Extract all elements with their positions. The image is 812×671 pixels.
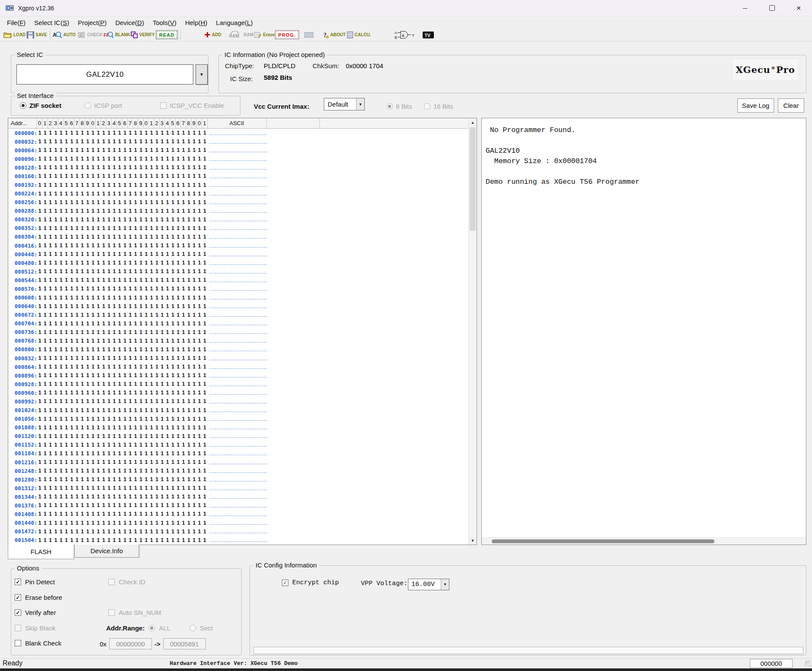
vpp-voltage-select[interactable]: 16.00V ▼: [408, 579, 449, 590]
hex-row[interactable]: 000448:11111111111111111111111111111111.…: [8, 250, 468, 258]
hex-row[interactable]: 000224:11111111111111111111111111111111.…: [8, 189, 468, 198]
resize-grip-icon[interactable]: [805, 660, 811, 667]
hex-row[interactable]: 001088:11111111111111111111111111111111.…: [8, 423, 468, 432]
addr-column-header[interactable]: Addr...: [8, 118, 37, 128]
hex-vertical-scrollbar[interactable]: ▲ ▼: [468, 118, 477, 545]
toolbar-ram-button[interactable]: RAMRAM: [228, 29, 254, 41]
menu-device-d[interactable]: Device(D): [111, 18, 148, 28]
tab-device-info[interactable]: Device.Info: [74, 545, 139, 558]
hex-row[interactable]: 000128:11111111111111111111111111111111.…: [8, 163, 468, 172]
hex-row[interactable]: 000704:11111111111111111111111111111111.…: [8, 319, 468, 328]
scrollbar-thumb[interactable]: [470, 127, 476, 231]
save-log-button[interactable]: Save Log: [737, 98, 774, 113]
hex-row[interactable]: 001024:11111111111111111111111111111111.…: [8, 406, 468, 415]
hex-row[interactable]: 000544:11111111111111111111111111111111.…: [8, 276, 468, 284]
hex-row[interactable]: 001504:11111111111111111111111111111111.…: [8, 536, 468, 545]
ic-select-combobox[interactable]: GAL22V10: [16, 64, 193, 85]
hex-row[interactable]: 000384:11111111111111111111111111111111.…: [8, 233, 468, 241]
hex-row[interactable]: 000064:11111111111111111111111111111111.…: [8, 146, 468, 154]
toolbar-check-id-button[interactable]: IDCHECK: [77, 29, 103, 41]
hex-row[interactable]: 000640:11111111111111111111111111111111.…: [8, 302, 468, 311]
toolbar-read-button[interactable]: READ: [156, 29, 178, 41]
toolbar-about-button[interactable]: ?ABOUT: [323, 29, 346, 41]
toolbar-prog-button[interactable]: PROG.: [275, 29, 299, 41]
hex-row[interactable]: 000192:11111111111111111111111111111111.…: [8, 180, 468, 189]
hex-row[interactable]: 001184:11111111111111111111111111111111.…: [8, 449, 468, 458]
hex-row[interactable]: 000512:11111111111111111111111111111111.…: [8, 267, 468, 276]
addr-range-all-radio[interactable]: ALL: [148, 624, 171, 632]
erase-before-checkbox[interactable]: ✓ Erase before: [15, 594, 62, 601]
hex-row[interactable]: 000256:11111111111111111111111111111111.…: [8, 198, 468, 207]
skip-blank-checkbox[interactable]: Skip Blank: [15, 624, 56, 632]
hex-row[interactable]: 000768:11111111111111111111111111111111.…: [8, 337, 468, 345]
blank-check-checkbox[interactable]: Blank Check: [15, 639, 61, 647]
hex-row[interactable]: 000576:11111111111111111111111111111111.…: [8, 284, 468, 293]
encrypt-chip-checkbox[interactable]: ✓ Encrypt chip: [282, 579, 339, 586]
addr-range-sect-radio[interactable]: Sect: [190, 624, 213, 632]
hex-row[interactable]: 000352:11111111111111111111111111111111.…: [8, 224, 468, 233]
bits8-radio[interactable]: 8 Bits: [386, 103, 412, 110]
hex-row[interactable]: 001472:11111111111111111111111111111111.…: [8, 527, 468, 536]
ascii-column-header[interactable]: ASCII: [208, 118, 267, 128]
toolbar-load-button[interactable]: LOAD: [3, 29, 25, 41]
maximize-button[interactable]: [758, 0, 785, 16]
check-id-checkbox[interactable]: Check ID: [108, 578, 145, 586]
hex-row[interactable]: 001056:11111111111111111111111111111111.…: [8, 415, 468, 423]
close-button[interactable]: ✕: [785, 0, 812, 16]
hex-row[interactable]: 000160:11111111111111111111111111111111.…: [8, 172, 468, 180]
pin-detect-checkbox[interactable]: ✓ Pin Detect: [15, 578, 55, 586]
bits16-radio[interactable]: 16 Bits: [424, 103, 453, 110]
toolbar-logic-gate-button[interactable]: AB&Y: [395, 29, 415, 41]
hex-row[interactable]: 001280:11111111111111111111111111111111.…: [8, 475, 468, 484]
hex-row[interactable]: 000096:11111111111111111111111111111111.…: [8, 154, 468, 163]
zif-socket-radio[interactable]: ZIF socket: [20, 102, 61, 109]
hex-row[interactable]: 000960:11111111111111111111111111111111.…: [8, 388, 468, 397]
hex-row[interactable]: 000320:11111111111111111111111111111111.…: [8, 215, 468, 224]
hex-row[interactable]: 001344:11111111111111111111111111111111.…: [8, 492, 468, 501]
toolbar-chip-socket-button[interactable]: [303, 29, 314, 41]
hex-row[interactable]: 000416:11111111111111111111111111111111.…: [8, 241, 468, 250]
hex-row[interactable]: 001440:11111111111111111111111111111111.…: [8, 519, 468, 527]
log-horizontal-scrollbar[interactable]: [482, 537, 806, 545]
hex-row[interactable]: 001216:11111111111111111111111111111111.…: [8, 458, 468, 466]
hex-row[interactable]: 000800:11111111111111111111111111111111.…: [8, 345, 468, 354]
hex-row[interactable]: 001312:11111111111111111111111111111111.…: [8, 484, 468, 492]
hex-row[interactable]: 000928:11111111111111111111111111111111.…: [8, 380, 468, 388]
scrollbar-thumb[interactable]: [492, 539, 714, 543]
hex-row[interactable]: 000832:11111111111111111111111111111111.…: [8, 354, 468, 362]
menu-file-f[interactable]: File(F): [3, 18, 30, 28]
hex-row[interactable]: 001120:11111111111111111111111111111111.…: [8, 432, 468, 441]
toolbar-calculator-button[interactable]: CALCU.: [347, 29, 371, 41]
hex-row[interactable]: 000480:11111111111111111111111111111111.…: [8, 258, 468, 267]
hex-row[interactable]: 000992:11111111111111111111111111111111.…: [8, 397, 468, 406]
hex-row[interactable]: 000896:11111111111111111111111111111111.…: [8, 371, 468, 380]
hex-row[interactable]: 001408:11111111111111111111111111111111.…: [8, 510, 468, 518]
hex-row[interactable]: 000608:11111111111111111111111111111111.…: [8, 293, 468, 302]
auto-sn-num-checkbox[interactable]: Auto SN_NUM: [108, 609, 161, 616]
icsp-vcc-checkbox[interactable]: ICSP_VCC Enable: [160, 102, 224, 109]
vcc-imax-select[interactable]: Default ▼: [324, 98, 365, 110]
toolbar-verify-button[interactable]: VERIFY: [130, 29, 155, 41]
hex-row[interactable]: 000000:11111111111111111111111111111111.…: [8, 129, 468, 137]
hex-row[interactable]: 000032:11111111111111111111111111111111.…: [8, 137, 468, 146]
clear-button[interactable]: Clear: [778, 98, 804, 113]
hex-row[interactable]: 000864:11111111111111111111111111111111.…: [8, 362, 468, 371]
range-to-input[interactable]: [163, 638, 206, 649]
icsp-port-radio[interactable]: ICSP port: [85, 102, 122, 109]
menu-project-p[interactable]: Project(P): [73, 18, 111, 28]
menu-help-h[interactable]: Help(H): [181, 18, 212, 28]
toolbar-tv-button[interactable]: TV: [423, 29, 434, 41]
hex-row[interactable]: 001248:11111111111111111111111111111111.…: [8, 466, 468, 475]
menu-tools-v[interactable]: Tools(V): [148, 18, 181, 28]
scroll-up-icon[interactable]: ▲: [469, 118, 477, 126]
verify-after-checkbox[interactable]: ✓ Verify after: [15, 609, 56, 616]
ic-select-dropdown-button[interactable]: ▼: [196, 64, 208, 85]
scroll-down-icon[interactable]: ▼: [469, 536, 477, 545]
hex-row[interactable]: 000672:11111111111111111111111111111111.…: [8, 311, 468, 319]
hex-row[interactable]: 000736:11111111111111111111111111111111.…: [8, 328, 468, 337]
toolbar-auto-button[interactable]: AAUTO: [53, 29, 76, 41]
toolbar-erase-button[interactable]: Erase: [254, 29, 275, 41]
hex-row[interactable]: 001376:11111111111111111111111111111111.…: [8, 501, 468, 510]
menu-select-ic-s[interactable]: Select IC(S): [30, 18, 73, 28]
range-from-input[interactable]: [109, 638, 152, 649]
